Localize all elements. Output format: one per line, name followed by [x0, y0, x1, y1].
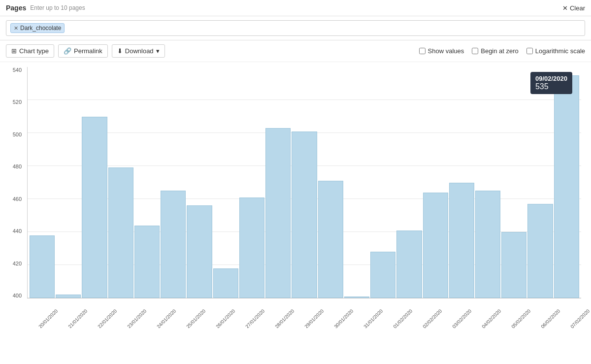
bar[interactable]: [265, 128, 291, 298]
bar-group: [187, 67, 212, 298]
bar-group: [265, 67, 291, 298]
bar-group: [475, 67, 500, 298]
bar-group: [501, 67, 526, 298]
bar-group: [134, 67, 160, 298]
x-axis-label: 04/02/2020: [477, 308, 502, 328]
bar[interactable]: [82, 117, 107, 298]
tag-label: Dark_chocolate: [20, 25, 61, 32]
x-axis-label: 28/01/2020: [270, 308, 295, 328]
x-label-group: 01/02/2020: [382, 303, 411, 308]
x-axis-label: 06/02/2020: [536, 308, 561, 328]
input-row: ✕ Dark_chocolate: [0, 16, 591, 40]
x-label-group: 05/02/2020: [500, 303, 529, 308]
show-values-option[interactable]: Show values: [419, 47, 464, 55]
bar-group: [396, 67, 422, 298]
chart-type-label: Chart type: [19, 47, 49, 55]
x-label-group: 23/01/2020: [116, 303, 145, 308]
permalink-button[interactable]: 🔗 Permalink: [58, 44, 108, 58]
link-icon: 🔗: [64, 47, 71, 55]
grid-icon: ⊞: [11, 47, 17, 55]
x-label-group: 25/01/2020: [175, 303, 204, 308]
pages-input[interactable]: ✕ Dark_chocolate: [6, 20, 585, 36]
bar-group: [554, 67, 579, 298]
bar-group: [318, 67, 343, 298]
bar[interactable]: [344, 297, 369, 298]
show-values-checkbox[interactable]: [419, 48, 426, 54]
y-axis-label: 540: [13, 67, 22, 73]
download-button[interactable]: ⬇ Download ▾: [112, 44, 165, 58]
bar-group: [449, 67, 474, 298]
bar[interactable]: [370, 252, 395, 298]
bar[interactable]: [554, 75, 579, 298]
y-axis: 540520500480460440420400: [0, 67, 25, 298]
x-label-group: 08/02/2020: [589, 303, 591, 308]
y-axis-label: 520: [13, 99, 22, 105]
x-axis-label: 02/02/2020: [418, 308, 443, 328]
x-axis-label: 03/02/2020: [448, 308, 472, 328]
show-values-label: Show values: [428, 47, 464, 55]
bar-group: [30, 67, 55, 298]
bar-group: [292, 67, 317, 298]
x-axis-label: 27/01/2020: [241, 308, 265, 328]
bar[interactable]: [449, 183, 474, 298]
close-icon: ✕: [562, 4, 568, 12]
download-label: Download: [125, 47, 154, 55]
begin-at-zero-option[interactable]: Begin at zero: [472, 47, 519, 55]
x-axis-label: 26/01/2020: [211, 308, 236, 328]
permalink-label: Permalink: [74, 47, 102, 55]
x-label-group: 07/02/2020: [559, 303, 589, 308]
tag-remove-icon[interactable]: ✕: [14, 25, 18, 32]
logarithmic-option[interactable]: Logarithmic scale: [526, 47, 585, 55]
begin-at-zero-checkbox[interactable]: [472, 48, 478, 54]
pages-hint: Enter up to 10 pages: [30, 4, 85, 11]
y-axis-label: 460: [13, 196, 22, 202]
x-label-group: 24/01/2020: [145, 303, 175, 308]
bar[interactable]: [239, 198, 264, 298]
bar[interactable]: [423, 193, 448, 298]
x-label-group: 30/01/2020: [323, 303, 352, 308]
x-axis-label: 31/01/2020: [359, 308, 384, 328]
dropdown-arrow-icon: ▾: [156, 47, 160, 55]
x-label-group: 21/01/2020: [57, 303, 86, 308]
bar[interactable]: [108, 167, 133, 298]
x-axis-label: 21/01/2020: [64, 308, 88, 328]
x-label-group: 26/01/2020: [204, 303, 234, 308]
bar-group: [213, 67, 238, 298]
bar-group: [423, 67, 448, 298]
x-label-group: 20/01/2020: [27, 303, 57, 308]
logarithmic-label: Logarithmic scale: [535, 47, 585, 55]
bar[interactable]: [527, 204, 553, 298]
bar[interactable]: [134, 226, 160, 298]
y-axis-label: 500: [13, 132, 22, 137]
logarithmic-checkbox[interactable]: [526, 48, 533, 54]
x-label-group: 27/01/2020: [234, 303, 263, 308]
x-axis-label: 07/02/2020: [566, 308, 591, 328]
clear-button[interactable]: ✕ Clear: [562, 4, 585, 12]
bar[interactable]: [292, 132, 317, 298]
bar[interactable]: [475, 191, 500, 298]
x-axis-label: 24/01/2020: [152, 308, 177, 328]
bar[interactable]: [396, 231, 422, 298]
chart-type-button[interactable]: ⊞ Chart type: [6, 44, 54, 58]
bar-group: [161, 67, 186, 298]
page-tag: ✕ Dark_chocolate: [10, 23, 65, 33]
clear-label: Clear: [570, 4, 585, 12]
x-axis-label: 01/02/2020: [389, 308, 413, 328]
begin-at-zero-label: Begin at zero: [481, 47, 519, 55]
bar-group: [239, 67, 264, 298]
bar[interactable]: [161, 191, 186, 298]
bar[interactable]: [30, 235, 55, 298]
x-axis-label: 25/01/2020: [182, 308, 206, 328]
bar[interactable]: [318, 181, 343, 298]
bar[interactable]: [213, 268, 238, 298]
chart-options: Show values Begin at zero Logarithmic sc…: [419, 47, 585, 55]
bar[interactable]: [56, 295, 81, 298]
bar-group: [108, 67, 133, 298]
x-label-group: 02/02/2020: [411, 303, 441, 308]
chart-area: 540520500480460440420400 09/02/2020 535 …: [0, 62, 591, 328]
bar[interactable]: [501, 232, 526, 298]
y-axis-label: 400: [13, 293, 22, 298]
bar[interactable]: [187, 205, 212, 298]
x-axis-label: 05/02/2020: [507, 308, 531, 328]
bar-group: [527, 67, 553, 298]
